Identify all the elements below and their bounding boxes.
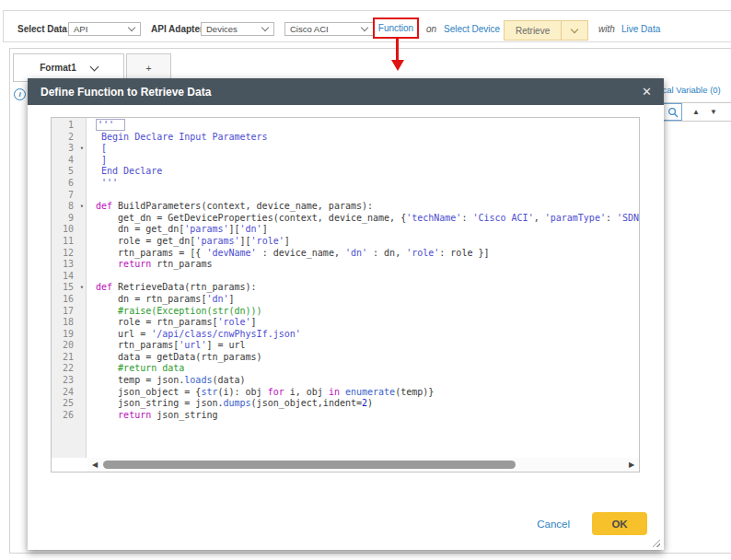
search-next-icon[interactable]: ▼ (710, 109, 717, 116)
code-line: dn = get_dn['params']['dn'] (96, 224, 639, 236)
dialog-footer: Cancel OK (537, 512, 647, 535)
code-line: role = rtn_params['role'] (96, 317, 639, 329)
gutter-line: 9 (52, 213, 86, 225)
tab-format1-label: Format1 (40, 63, 75, 73)
scrollbar-thumb[interactable] (103, 461, 516, 469)
annotation-arrow-head-icon (391, 60, 404, 71)
code-line: return rtn_params (96, 259, 639, 271)
gutter-line: 15▾ (52, 282, 86, 294)
code-line: ''' (96, 178, 639, 190)
gutter-line: 23 (52, 375, 86, 387)
horizontal-scrollbar: ◀ ▶ (87, 458, 639, 472)
editor-code[interactable]: ''' Begin Declare Input Parameters [ ] E… (87, 118, 639, 458)
on-label: on (426, 24, 436, 34)
info-icon[interactable]: i (14, 88, 26, 100)
select-data-label: Select Data: (17, 24, 70, 34)
scroll-right-icon[interactable]: ▶ (625, 458, 638, 472)
gutter-line: 2 (52, 132, 86, 144)
code-line: def BuildParameters(context, device_name… (96, 201, 639, 213)
retrieve-button[interactable]: Retrieve (505, 21, 561, 40)
adapter-name-dropdown[interactable]: Cisco ACI (284, 22, 374, 36)
select-device-link[interactable]: Select Device (444, 24, 500, 34)
code-line: [ (96, 143, 639, 155)
annotation-arrow-stem (396, 38, 399, 61)
search-prev-icon[interactable]: ▲ (692, 109, 700, 116)
retrieve-dropdown-toggle[interactable] (561, 21, 587, 40)
gutter-line: 7 (52, 190, 86, 202)
select-data-dropdown[interactable]: API (68, 22, 141, 36)
code-line (96, 190, 639, 202)
ok-button[interactable]: OK (592, 512, 647, 535)
code-line: def RetrieveData(rtn_params): (96, 282, 639, 294)
gutter-line: 4 (52, 155, 86, 167)
chevron-down-icon (261, 24, 269, 31)
gutter-line: 16 (52, 294, 86, 306)
gutter-line: 24 (52, 387, 86, 399)
resize-grip[interactable] (652, 539, 660, 547)
code-line: get_dn = GetDeviceProperties(context, de… (96, 213, 639, 225)
gutter-line: 3▾ (52, 143, 86, 155)
cancel-button[interactable]: Cancel (537, 519, 570, 530)
chevron-down-icon (571, 25, 578, 32)
gutter-line: 25 (52, 398, 86, 410)
code-line: role = get_dn['params']['role'] (96, 236, 639, 248)
code-line: #raise(Exception(str(dn))) (96, 306, 639, 318)
chevron-down-icon (89, 62, 99, 71)
code-editor: 123▾45678▾9101112131415▾1617181920212223… (51, 117, 640, 472)
dialog-header: Define Function to Retrieve Data ✕ (28, 78, 664, 105)
define-function-dialog: Define Function to Retrieve Data ✕ 123▾4… (28, 78, 664, 550)
search-icon[interactable] (663, 103, 682, 121)
gutter-line: 26 (52, 410, 86, 422)
gutter-line: 17 (52, 306, 86, 318)
code-line: #return data (96, 363, 639, 375)
chevron-down-icon (361, 24, 368, 31)
code-line: return json_string (96, 410, 639, 422)
gutter-line: 1 (52, 120, 86, 132)
select-data-value: API (74, 24, 87, 34)
code-line: ''' (96, 120, 639, 132)
gutter-line: 13 (52, 259, 86, 271)
gutter-line: 5 (52, 166, 86, 178)
chevron-down-icon (128, 24, 135, 31)
dialog-title: Define Function to Retrieve Data (41, 86, 211, 99)
retrieve-split-button: Retrieve (504, 20, 588, 41)
with-label: with (598, 24, 615, 34)
api-adapter-label: API Adapter: (151, 24, 206, 34)
gutter-line: 19 (52, 329, 86, 341)
fold-marker-icon[interactable]: ▾ (80, 201, 84, 213)
code-line: url = '/api/class/cnwPhysIf.json' (96, 329, 639, 341)
code-line: Begin Declare Input Parameters (96, 132, 639, 144)
gutter-line: 21 (52, 352, 86, 364)
code-line: json_string = json.dumps(json_object,ind… (96, 398, 639, 410)
code-line: rtn_params = [{ 'devName' : device_name,… (96, 248, 639, 260)
code-line: rtn_params['url'] = url (96, 340, 639, 352)
code-line: json_object = {str(i): obj for i, obj in… (96, 387, 639, 399)
gutter-line: 22 (52, 363, 86, 375)
fold-marker-icon[interactable]: ▾ (80, 143, 84, 155)
gutter-line: 18 (52, 317, 86, 329)
data-source-toolbar: Select Data: API API Adapter: Devices Ci… (3, 10, 731, 42)
adapter-type-value: Devices (206, 24, 238, 34)
code-line: temp = json.loads(data) (96, 375, 639, 387)
code-line: End Declare (96, 166, 639, 178)
gutter-line: 20 (52, 340, 86, 352)
code-line: dn = rtn_params['dn'] (96, 294, 639, 306)
fold-marker-icon[interactable]: ▾ (80, 282, 84, 294)
code-line (96, 271, 639, 283)
adapter-type-dropdown[interactable]: Devices (201, 22, 274, 36)
code-line: ] (96, 155, 639, 167)
gutter-line: 8▾ (52, 201, 86, 213)
code-line: data = getData(rtn_params) (96, 352, 639, 364)
function-link[interactable]: Function (378, 23, 413, 33)
gutter-line: 14 (52, 271, 86, 283)
scroll-left-icon[interactable]: ◀ (88, 458, 101, 472)
live-data-link[interactable]: Live Data (621, 24, 660, 34)
search-toolbar: ▲ ▼ (662, 102, 731, 122)
adapter-name-value: Cisco ACI (290, 24, 329, 34)
gutter-line: 12 (52, 248, 86, 260)
close-icon[interactable]: ✕ (642, 86, 652, 98)
editor-gutter: 123▾45678▾9101112131415▾1617181920212223… (52, 118, 87, 458)
gutter-line: 6 (52, 178, 86, 190)
gutter-line: 11 (52, 236, 86, 248)
function-annotation-box: Function (373, 18, 419, 39)
